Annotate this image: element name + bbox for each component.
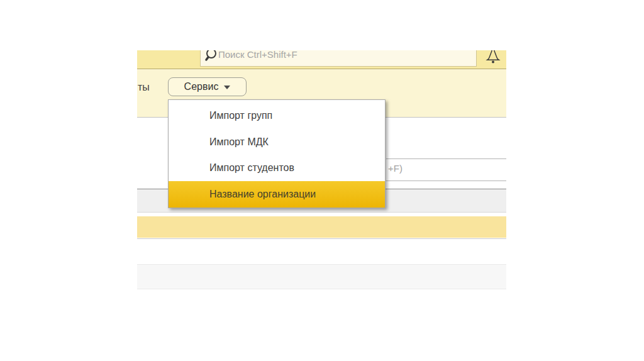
- slide-canvas: Поиск Ctrl+Shift+F ты Сервис +F) Импорт …: [0, 0, 644, 361]
- menu-item-import-mdk[interactable]: Импорт МДК: [169, 129, 385, 155]
- service-dropdown-menu: Импорт групп Импорт МДК Импорт студентов…: [168, 99, 386, 208]
- notifications-bell-icon[interactable]: [485, 50, 501, 68]
- global-search-input[interactable]: Поиск Ctrl+Shift+F: [200, 50, 477, 67]
- menu-item-import-students[interactable]: Импорт студентов: [169, 155, 385, 182]
- service-menu-button[interactable]: Сервис: [168, 77, 247, 96]
- selected-list-row[interactable]: [137, 216, 506, 238]
- empty-list-row: [137, 264, 506, 289]
- row-divider: [137, 238, 506, 239]
- service-button-label: Сервис: [184, 81, 219, 92]
- list-search-input-partial[interactable]: +F): [388, 163, 402, 174]
- search-icon: [203, 50, 218, 65]
- list-search-bottom-border: [386, 181, 506, 181]
- toolbar-search-row: Поиск Ctrl+Shift+F: [137, 50, 506, 69]
- menu-item-import-groups[interactable]: Импорт групп: [169, 103, 385, 129]
- list-search-top-border: [386, 158, 506, 159]
- chevron-down-icon: [224, 86, 230, 89]
- nav-section-label-truncated[interactable]: ты: [138, 82, 150, 93]
- menu-item-organization-name[interactable]: Название организации: [169, 181, 385, 208]
- global-search-placeholder: Поиск Ctrl+Shift+F: [218, 50, 297, 60]
